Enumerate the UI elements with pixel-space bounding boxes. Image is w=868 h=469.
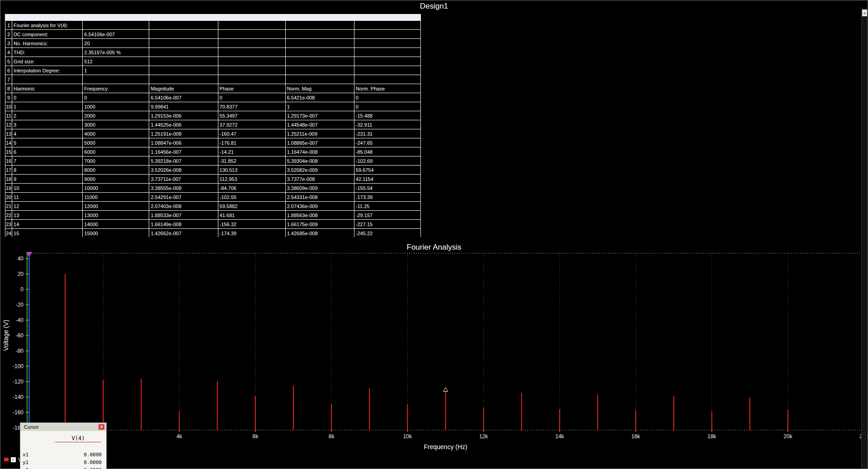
cell[interactable]: 0 [83, 93, 149, 102]
cell[interactable] [83, 75, 149, 84]
cell[interactable]: 9 [12, 175, 83, 184]
cell[interactable] [354, 66, 420, 75]
row-number[interactable]: 17 [5, 166, 12, 175]
cell[interactable] [285, 30, 354, 39]
cell[interactable]: 1.42662e-007 [149, 229, 218, 237]
cell[interactable]: 1.66149e-008 [149, 220, 218, 229]
cell[interactable]: 1.44525e-006 [149, 120, 218, 129]
cell[interactable]: 6.54106e-007 [83, 30, 149, 39]
row-number[interactable]: 16 [5, 156, 12, 166]
cell[interactable]: 41.681 [218, 211, 285, 220]
cell[interactable] [218, 21, 285, 30]
cell[interactable]: -156.32 [218, 220, 285, 229]
cell[interactable] [218, 39, 285, 48]
table-column-header[interactable]: Norm. Mag [285, 84, 354, 93]
column-header-cell[interactable] [218, 14, 285, 21]
row-number[interactable]: 6 [5, 66, 12, 75]
cell[interactable]: -15.488 [354, 111, 420, 120]
cell[interactable]: -227.15 [354, 220, 420, 229]
cell[interactable]: 0 [218, 93, 285, 102]
cell[interactable]: 6 [12, 147, 83, 156]
close-icon[interactable]: × [99, 424, 104, 430]
cell[interactable]: -102.55 [218, 193, 285, 202]
cell[interactable]: 15000 [83, 229, 149, 237]
cell[interactable]: 5.39304e-008 [285, 156, 354, 166]
cell[interactable]: THD: [12, 48, 83, 57]
cell[interactable]: 13000 [83, 211, 149, 220]
row-number[interactable]: 7 [5, 75, 12, 84]
cell[interactable]: 1 [285, 102, 354, 111]
cell[interactable]: 130.513 [218, 166, 285, 175]
cell[interactable] [149, 57, 218, 66]
cell[interactable]: 1 [83, 66, 149, 75]
cell[interactable]: 2.54291e-007 [149, 193, 218, 202]
cell[interactable]: -245.22 [354, 229, 420, 237]
cell[interactable]: -32.911 [354, 120, 420, 129]
cell[interactable]: 7000 [83, 156, 149, 166]
cell[interactable]: 1.29173e-007 [285, 111, 354, 120]
cell[interactable]: 6000 [83, 147, 149, 156]
cell[interactable]: 0 [12, 93, 83, 102]
row-number[interactable]: 4 [5, 48, 12, 57]
row-number[interactable]: 11 [5, 111, 12, 120]
cell[interactable]: 1.08847e-006 [149, 138, 218, 147]
cell[interactable]: 1.88563e-008 [285, 211, 354, 220]
cell[interactable] [218, 30, 285, 39]
cell[interactable]: 11 [12, 193, 83, 202]
cell[interactable]: 1.08865e-007 [285, 138, 354, 147]
column-header-cell[interactable] [149, 14, 218, 21]
cell[interactable]: 15 [12, 229, 83, 237]
cell[interactable] [149, 48, 218, 57]
cell[interactable]: -14.21 [218, 147, 285, 156]
cell[interactable] [354, 57, 420, 66]
cell[interactable]: 3.7377e-008 [285, 175, 354, 184]
cell[interactable]: Grid size: [12, 57, 83, 66]
cursor-window-titlebar[interactable]: Cursor × [20, 423, 106, 431]
row-number[interactable]: 8 [5, 84, 12, 93]
cell[interactable]: 8000 [83, 166, 149, 175]
cell[interactable]: -29.157 [354, 211, 420, 220]
cell[interactable]: 512 [83, 57, 149, 66]
cell[interactable]: 70.8377 [218, 102, 285, 111]
cell[interactable] [285, 48, 354, 57]
row-number[interactable]: 10 [5, 102, 12, 111]
cell[interactable]: 10000 [83, 184, 149, 193]
cell[interactable]: 1.25211e-009 [285, 129, 354, 138]
cell[interactable]: 5000 [83, 138, 149, 147]
cell[interactable]: Interpolation Degree: [12, 66, 83, 75]
cell[interactable]: -84.706 [218, 184, 285, 193]
cell[interactable]: 6.54106e-007 [149, 93, 218, 102]
cell[interactable] [354, 39, 420, 48]
cell[interactable] [218, 57, 285, 66]
cell[interactable] [149, 75, 218, 84]
cell[interactable]: 12000 [83, 202, 149, 211]
cell[interactable] [285, 66, 354, 75]
cell[interactable]: 6.5421e-008 [285, 93, 354, 102]
row-number[interactable]: 18 [5, 175, 12, 184]
cell[interactable] [354, 48, 420, 57]
cell[interactable]: 14000 [83, 220, 149, 229]
vertical-scrollbar[interactable]: ▲ [861, 8, 868, 469]
row-number[interactable]: 2 [5, 30, 12, 39]
cell[interactable]: 42.1154 [354, 175, 420, 184]
cell[interactable]: No. Harmonics: [12, 39, 83, 48]
row-number[interactable]: 1 [5, 21, 12, 30]
row-number[interactable]: 20 [5, 193, 12, 202]
cell[interactable]: 3.38609e-009 [285, 184, 354, 193]
cell[interactable]: 4000 [83, 129, 149, 138]
row-number[interactable]: 3 [5, 39, 12, 48]
cell[interactable] [218, 75, 285, 84]
cell[interactable]: -231.31 [354, 129, 420, 138]
cell[interactable]: 1.25191e-008 [149, 129, 218, 138]
cell[interactable]: 9.99841 [149, 102, 218, 111]
cell[interactable]: -173.39 [354, 193, 420, 202]
cell[interactable]: -155.54 [354, 184, 420, 193]
cell[interactable]: -11.25 [354, 202, 420, 211]
row-number[interactable]: 19 [5, 184, 12, 193]
row-number[interactable]: 24 [5, 229, 12, 237]
cell[interactable]: 5 [12, 138, 83, 147]
trace-checkbox[interactable]: ✓ [11, 457, 16, 462]
cell[interactable]: 11000 [83, 193, 149, 202]
row-number[interactable]: 12 [5, 120, 12, 129]
cell[interactable] [285, 21, 354, 30]
